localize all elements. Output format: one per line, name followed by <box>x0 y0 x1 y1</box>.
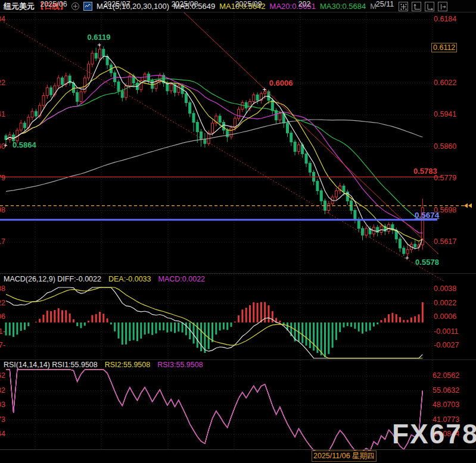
price-axis-label-clipped: 0.6022 <box>0 79 5 87</box>
price-axis-label-clipped: 0.5860 <box>0 142 5 151</box>
add-indicator-icon[interactable] <box>71 2 79 10</box>
date-label: 25/11 <box>376 0 394 8</box>
macd-axis-label-clipped: 0.0006 <box>0 312 5 321</box>
main-macd-separator <box>0 273 476 274</box>
macd-axis-label-clipped: -0.0027 <box>0 341 5 350</box>
swing-price-label: 0.5578 <box>415 258 439 267</box>
date-label: 2025/07 <box>103 0 130 8</box>
macd-axis-label: -0.0027 <box>434 341 459 350</box>
rsi-axis-label: 55.0632 <box>433 386 459 395</box>
ma30-value: MA30:0.5684 <box>320 2 366 11</box>
pan-right-icon[interactable] <box>438 2 447 11</box>
plus-marker: + <box>98 41 101 48</box>
macd-rsi-separator <box>0 359 476 360</box>
rsi-axis-label: 48.0703 <box>433 401 459 409</box>
kline-chart-icon[interactable] <box>83 2 92 11</box>
swing-price-label: 0.6006 <box>269 79 293 87</box>
rsi-axis-label-clipped: 41.0773 <box>0 415 5 424</box>
current-price-arrow-icon <box>464 204 472 208</box>
macd-dea-value: DEA:-0.0033 <box>108 275 151 283</box>
macd-axis-label: 0.0038 <box>434 284 456 293</box>
price-axis-label: 0.5860 <box>434 142 456 151</box>
rsi1-value: RSI(14,14,14) RSI1:55.9508 <box>4 361 98 369</box>
swing-price-label: 0.5864 <box>13 140 36 149</box>
plus-marker: + <box>405 254 409 261</box>
macd-axis-label: 0.0006 <box>434 312 456 321</box>
symbol-title: 纽元美元 <box>4 1 35 12</box>
date-label: 202 <box>298 0 311 8</box>
macd-diff-value: MACD(26,12,9) DIFF:-0.0022 <box>4 275 101 283</box>
macd-axis-label-clipped: -0.0011 <box>0 327 5 336</box>
header-separator <box>0 12 476 12</box>
macd-pane-header: MACD(26,12,9) DIFF:-0.0022 DEA:-0.0033 M… <box>4 275 205 283</box>
watermark: FX678 <box>392 418 476 450</box>
price-chart-svg: ++++ <box>0 0 476 463</box>
price-axis-label: 0.6022 <box>434 79 456 87</box>
price-axis-label-clipped: 0.6184 <box>0 15 5 24</box>
date-label: 2025/08 <box>171 0 198 8</box>
alert-price-label[interactable]: 0.6112 <box>431 43 457 52</box>
rsi2-value: RSI2:55.9508 <box>105 361 150 369</box>
price-axis-label: 0.5698 <box>434 206 456 215</box>
rsi3-value: RSI3:55.9508 <box>157 361 203 369</box>
macd-hist-value: MACD:0.0022 <box>158 275 206 283</box>
macd-axis-label: -0.0011 <box>434 327 458 336</box>
macd-axis-label-clipped: 0.0022 <box>0 299 5 308</box>
price-axis-label-clipped: 0.5617 <box>0 237 5 246</box>
macd-axis-label: 0.0022 <box>434 299 456 308</box>
chart-toolbar <box>399 2 447 11</box>
rsi-lines <box>6 370 422 451</box>
swing-annotations: ++++ <box>4 41 409 261</box>
price-axis-label: 0.5617 <box>434 237 456 246</box>
price-axis-label: 0.5779 <box>434 174 456 183</box>
current-date-label: 2025/11/06 星期四 <box>312 451 377 462</box>
rsi-pane-header: RSI(14,14,14) RSI1:55.9508 RSI2:55.9508 … <box>4 361 203 369</box>
price-axis-label: 0.6184 <box>434 15 456 24</box>
plus-marker: + <box>263 86 266 93</box>
rsi-axis-label-clipped: 34.0844 <box>0 430 5 439</box>
crosshair-icon[interactable] <box>399 2 408 11</box>
rsi-axis-label-clipped: 62.0562 <box>0 371 5 380</box>
macd-axis-label-clipped: 0.0038 <box>0 284 5 293</box>
axis-zoom-up-icon[interactable] <box>412 2 421 11</box>
axis-zoom-right-icon[interactable] <box>425 2 434 11</box>
price-axis-label: 0.5941 <box>434 110 456 119</box>
price-axis-label-clipped: 0.5779 <box>0 174 5 183</box>
macd-lines <box>6 287 422 358</box>
date-label: 2025/09 <box>235 0 262 8</box>
date-label: 2025/06 <box>40 0 67 8</box>
price-axis-label-clipped: 0.5698 <box>0 206 5 215</box>
rsi-axis-label-clipped: 55.0632 <box>0 386 5 395</box>
rsi-axis-label: 62.0562 <box>433 371 459 380</box>
rsi-axis-label-clipped: 48.0703 <box>0 401 5 409</box>
swing-price-label: 0.6119 <box>88 33 111 42</box>
price-axis-label-clipped: 0.5941 <box>0 110 5 119</box>
trading-chart-app: ++++ 纽元美元 【日线】 MA1(5,10,20,30,100) MA5:0… <box>0 0 476 463</box>
candlestick-series <box>5 45 424 257</box>
